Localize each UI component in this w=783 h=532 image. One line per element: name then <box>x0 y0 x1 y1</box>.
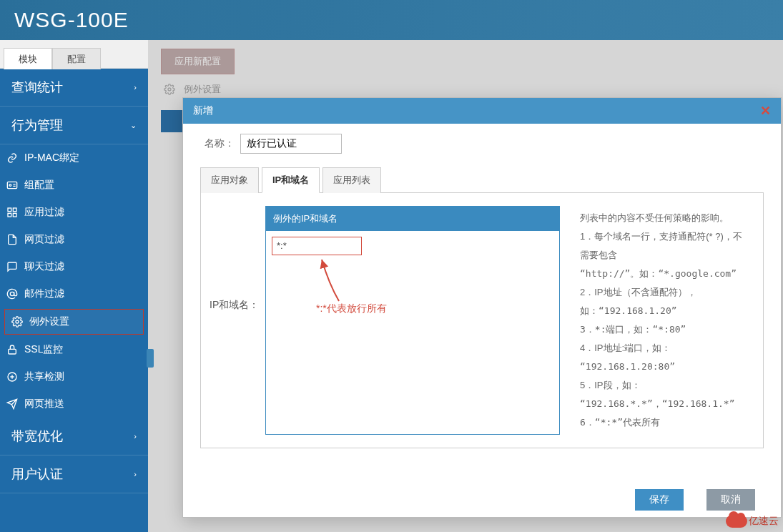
app-header: WSG-100E <box>0 0 783 40</box>
close-icon[interactable]: ✕ <box>760 103 771 119</box>
sidebar-item-label: 网页过滤 <box>24 233 64 246</box>
sidebar-collapse-handle[interactable] <box>147 349 154 368</box>
sidebar-tab-config[interactable]: 配置 <box>52 48 101 69</box>
nav-group-label: 带宽优化 <box>11 428 63 445</box>
help-line: 列表中的内容不受任何策略的影响。 <box>580 209 749 227</box>
sidebar-item-label: 网页推送 <box>24 398 64 410</box>
arrow-icon <box>317 255 346 305</box>
domain-textarea[interactable] <box>272 237 362 255</box>
sidebar-item-group-config[interactable]: 组配置 <box>0 172 148 199</box>
sidebar-item-mail-filter[interactable]: 邮件过滤 <box>0 280 148 307</box>
watermark-text: 亿速云 <box>749 515 779 528</box>
chevron-right-icon: › <box>134 470 137 478</box>
modal-header: 新增 ✕ <box>183 98 781 124</box>
help-line: 1．每个域名一行，支持通配符(* ?)，不需要包含 <box>580 227 749 265</box>
sidebar-item-web-push[interactable]: 网页推送 <box>0 390 148 418</box>
sidebar-item-label: 应用过滤 <box>24 206 64 219</box>
sidebar-item-label: 组配置 <box>24 179 54 192</box>
nav-group-query[interactable]: 查询统计 › <box>0 69 148 107</box>
chevron-right-icon: › <box>134 83 137 92</box>
add-exception-modal: 新增 ✕ 名称： 应用对象 IP和域名 应用列表 IP和域名： 例外的IP和域名 <box>182 97 782 518</box>
help-line: “192.168.1.20:80” <box>580 358 749 376</box>
nav-group-bandwidth[interactable]: 带宽优化 › <box>0 418 148 455</box>
page-icon <box>6 233 19 246</box>
nav-group-auth[interactable]: 用户认证 › <box>0 455 148 493</box>
arrow-note: *:*代表放行所有 <box>316 302 387 315</box>
sidebar-item-ipmac[interactable]: IP-MAC绑定 <box>0 144 148 172</box>
sidebar-item-ssl[interactable]: SSL监控 <box>0 336 148 363</box>
lock-icon <box>6 343 19 356</box>
help-line: 4．IP地址:端口，如： <box>580 339 749 358</box>
help-line: 2．IP地址（不含通配符）， <box>580 283 749 302</box>
domain-area: *:*代表放行所有 <box>266 231 559 263</box>
cancel-button[interactable]: 取消 <box>706 489 755 511</box>
save-button[interactable]: 保存 <box>635 489 684 511</box>
send-icon <box>6 398 19 410</box>
help-line: 5．IP段，如： <box>580 376 749 395</box>
tab-app-list[interactable]: 应用列表 <box>322 167 381 193</box>
grid-icon <box>6 206 19 219</box>
sidebar-item-label: 邮件过滤 <box>24 287 64 300</box>
domain-box: 例外的IP和域名 *:*代表放行所有 <box>265 206 560 435</box>
sidebar-tabs: 模块 配置 <box>0 40 148 69</box>
svg-rect-4 <box>8 213 11 217</box>
nav-group-label: 查询统计 <box>11 79 63 96</box>
sidebar-item-label: 例外设置 <box>29 315 69 328</box>
sidebar: 模块 配置 查询统计 › 行为管理 ⌄ IP-MAC绑定 组配置 <box>0 40 148 532</box>
tab-content: IP和域名： 例外的IP和域名 *:*代表 <box>200 193 764 448</box>
domain-box-header: 例外的IP和域名 <box>266 207 559 231</box>
link-icon <box>6 152 19 164</box>
sidebar-item-label: SSL监控 <box>24 343 63 356</box>
help-line: 如：“192.168.1.20” <box>580 302 749 320</box>
help-text: 列表中的内容不受任何策略的影响。 1．每个域名一行，支持通配符(* ?)，不需要… <box>560 206 754 435</box>
gear-icon <box>11 315 24 328</box>
help-line: “http://”。如：“*.google.com” <box>580 265 749 283</box>
svg-rect-8 <box>9 349 16 354</box>
sidebar-item-label: IP-MAC绑定 <box>24 152 79 164</box>
name-input[interactable] <box>240 134 342 154</box>
chat-icon <box>6 260 19 273</box>
chevron-right-icon: › <box>134 432 137 440</box>
app-title: WSG-100E <box>14 8 129 32</box>
chevron-down-icon: ⌄ <box>130 121 137 130</box>
tab-app-object[interactable]: 应用对象 <box>200 167 259 193</box>
help-line: “192.168.*.*”，“192.168.1.*” <box>580 395 749 413</box>
sidebar-item-label: 聊天过滤 <box>24 260 64 273</box>
svg-point-1 <box>9 184 11 187</box>
svg-rect-2 <box>8 208 11 212</box>
sidebar-item-chat-filter[interactable]: 聊天过滤 <box>0 253 148 280</box>
nav-items-behavior: IP-MAC绑定 组配置 应用过滤 网页过滤 聊天过滤 <box>0 144 148 418</box>
watermark: 亿速云 <box>726 515 779 528</box>
modal-title: 新增 <box>193 104 213 117</box>
nav-group-behavior[interactable]: 行为管理 ⌄ <box>0 107 148 144</box>
svg-point-6 <box>10 292 14 295</box>
svg-point-7 <box>16 320 19 323</box>
nav-group-label: 用户认证 <box>11 466 63 483</box>
name-label: 名称： <box>200 137 235 150</box>
ip-domain-label: IP和域名： <box>210 206 265 435</box>
cloud-icon <box>726 515 747 528</box>
nav-group-label: 行为管理 <box>11 117 63 134</box>
sidebar-nav: 查询统计 › 行为管理 ⌄ IP-MAC绑定 组配置 应用过滤 <box>0 69 148 532</box>
svg-rect-3 <box>13 208 16 212</box>
modal-footer: 保存 取消 <box>183 483 781 517</box>
idcard-icon <box>6 179 19 192</box>
tab-ip-domain[interactable]: IP和域名 <box>262 167 320 193</box>
sidebar-item-label: 共享检测 <box>24 370 64 383</box>
sidebar-item-web-filter[interactable]: 网页过滤 <box>0 226 148 253</box>
sidebar-item-app-filter[interactable]: 应用过滤 <box>0 199 148 226</box>
modal-tabs: 应用对象 IP和域名 应用列表 <box>200 167 764 193</box>
help-line: 6．“*:*”代表所有 <box>580 413 749 432</box>
help-line: 3．*:端口，如：“*:80” <box>580 320 749 339</box>
svg-rect-5 <box>13 213 16 217</box>
svg-rect-0 <box>7 182 16 188</box>
share-icon <box>6 370 19 383</box>
at-icon <box>6 287 19 300</box>
modal-body: 名称： 应用对象 IP和域名 应用列表 IP和域名： 例外的IP和域名 <box>183 124 781 483</box>
sidebar-item-share-detect[interactable]: 共享检测 <box>0 363 148 390</box>
sidebar-item-exception[interactable]: 例外设置 <box>4 309 144 335</box>
sidebar-tab-module[interactable]: 模块 <box>4 48 52 69</box>
